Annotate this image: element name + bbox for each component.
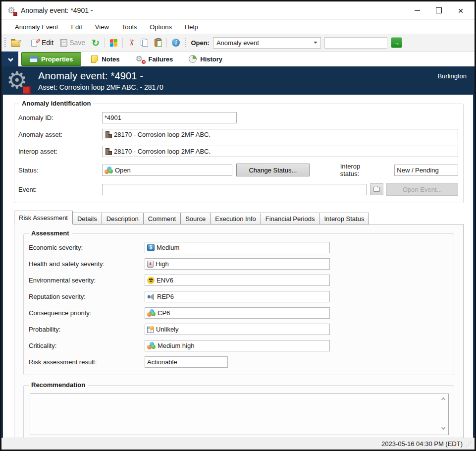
status-balls-icon xyxy=(147,342,156,349)
scroll-down-icon[interactable] xyxy=(442,426,446,431)
consequence-priority-label: Consequence priority: xyxy=(29,309,145,317)
interop-asset-field[interactable]: 28170 - Corrosion loop 2MF ABC. xyxy=(102,146,458,157)
assessment-group: Assessment Economic severity: $ Medium H… xyxy=(23,233,454,375)
refresh-button[interactable]: ↻ xyxy=(90,37,101,49)
anomaly-identification-group: Anomaly identification Anomaly ID: *4901… xyxy=(14,104,464,203)
window-title: Anomaly event: *4901 - xyxy=(21,6,406,14)
minimize-button[interactable] xyxy=(406,3,428,18)
menu-tools[interactable]: Tools xyxy=(115,21,143,33)
go-arrow-icon: → xyxy=(393,39,400,47)
recommendation-textarea[interactable] xyxy=(30,394,448,435)
anomaly-id-field[interactable]: *4901 xyxy=(102,112,237,123)
copy-button[interactable] xyxy=(139,38,150,48)
tab-comment[interactable]: Comment xyxy=(144,213,181,225)
first-aid-icon: + xyxy=(147,261,154,268)
open-window-button[interactable]: → xyxy=(9,38,22,48)
maximize-button[interactable] xyxy=(428,3,450,18)
copy-icon xyxy=(141,39,148,47)
reputation-severity-field[interactable]: REP6 xyxy=(145,291,330,302)
environmental-severity-field[interactable]: ☢ ENV6 xyxy=(145,275,330,286)
status-bar: 2023-05-16 04:30 PM (EDT) ⋰ xyxy=(1,438,475,450)
interop-status-field: New / Pending xyxy=(394,165,458,176)
open-folder-icon: → xyxy=(11,39,21,47)
tab-financial-periods[interactable]: Financial Periods xyxy=(261,213,320,225)
risk-result-label: Risk assessment result: xyxy=(29,358,145,366)
menu-help[interactable]: Help xyxy=(178,21,205,33)
menu-bar: Anomaly Event Edit View Tools Options He… xyxy=(1,20,475,34)
change-status-button[interactable]: Change Status... xyxy=(236,164,310,176)
paste-icon xyxy=(155,39,161,47)
group-label: Anomaly identification xyxy=(19,100,93,107)
status-balls-icon xyxy=(147,309,156,317)
collapse-panel-button[interactable] xyxy=(3,52,18,66)
recommendation-box xyxy=(30,394,449,435)
info-icon: i xyxy=(172,39,180,47)
menu-view[interactable]: View xyxy=(89,21,115,33)
go-button[interactable]: → xyxy=(391,37,402,48)
tab-interop-status[interactable]: Interop Status xyxy=(319,213,369,225)
interop-status-label: Interop status: xyxy=(340,163,380,177)
save-button[interactable]: Save xyxy=(58,38,87,48)
clock-icon xyxy=(189,55,197,63)
paste-button[interactable] xyxy=(153,38,163,48)
menu-edit[interactable]: Edit xyxy=(64,21,88,33)
consequence-priority-field[interactable]: CP6 xyxy=(145,307,330,319)
record-title: Anomaly event: *4901 - xyxy=(38,70,430,82)
quick-open-input[interactable] xyxy=(324,37,387,49)
status-label: Status: xyxy=(18,167,102,174)
detail-tab-strip: Risk Assessment Details Description Comm… xyxy=(14,211,464,225)
anomaly-asset-field[interactable]: 28170 - Corrosion loop 2MF ABC. xyxy=(102,129,458,140)
toolbar: → ✎ Edit Save ↻ ✂ i Open: Anomaly event xyxy=(1,34,475,52)
probability-icon xyxy=(147,326,154,333)
app-window: ⚙ Anomaly event: *4901 - × Anomaly Event… xyxy=(0,0,476,451)
tab-details[interactable]: Details xyxy=(73,213,102,225)
probability-label: Probability: xyxy=(29,326,145,333)
radiation-icon: ☢ xyxy=(147,277,155,284)
info-button[interactable]: i xyxy=(170,38,181,48)
browse-event-button[interactable] xyxy=(370,183,383,195)
criticality-label: Criticality: xyxy=(29,342,145,349)
economic-severity-field[interactable]: $ Medium xyxy=(145,242,330,253)
risk-result-field: Actionable xyxy=(145,356,228,368)
status-field[interactable]: Open xyxy=(102,165,232,176)
save-floppy-icon xyxy=(60,39,67,47)
windows-button[interactable] xyxy=(108,38,119,48)
edit-button[interactable]: ✎ Edit xyxy=(30,38,55,48)
open-label: Open: xyxy=(191,39,210,47)
pipe-asset-icon xyxy=(105,131,112,138)
chevron-down-icon xyxy=(314,42,317,44)
scroll-up-icon[interactable] xyxy=(442,398,446,402)
app-gear-icon: ⚙ xyxy=(7,6,17,15)
toolbar-grip-2[interactable] xyxy=(185,38,186,47)
economic-severity-label: Economic severity: xyxy=(29,244,145,251)
sticky-note-icon xyxy=(91,56,98,63)
close-button[interactable]: × xyxy=(450,3,472,18)
health-safety-severity-field[interactable]: + High xyxy=(145,258,330,270)
tab-execution-info[interactable]: Execution Info xyxy=(211,213,261,225)
cut-button[interactable]: ✂ xyxy=(126,38,136,48)
tab-description[interactable]: Description xyxy=(102,213,144,225)
menu-anomaly-event[interactable]: Anomaly Event xyxy=(8,21,64,33)
tab-history[interactable]: History xyxy=(181,52,230,66)
toolbar-grip[interactable] xyxy=(4,38,6,47)
tab-notes[interactable]: Notes xyxy=(83,52,127,66)
open-event-button[interactable]: Open Event... xyxy=(386,183,458,196)
risk-assessment-panel: Assessment Economic severity: $ Medium H… xyxy=(14,224,464,438)
event-field[interactable] xyxy=(102,184,367,195)
site-location: Burlington xyxy=(437,72,467,80)
tab-failures[interactable]: ⚙× Failures xyxy=(127,52,181,66)
tab-properties[interactable]: Properties xyxy=(21,52,81,66)
anomaly-asset-label: Anomaly asset: xyxy=(18,131,102,138)
tab-risk-assessment[interactable]: Risk Assessment xyxy=(14,211,73,225)
interop-asset-label: Interop asset: xyxy=(18,148,102,155)
group-label: Recommendation xyxy=(29,381,88,389)
event-label: Event: xyxy=(18,186,102,193)
menu-options[interactable]: Options xyxy=(143,21,178,33)
tab-source[interactable]: Source xyxy=(181,213,211,225)
dollar-icon: $ xyxy=(147,244,155,251)
criticality-field[interactable]: Medium high xyxy=(145,340,330,351)
recommendation-group: Recommendation xyxy=(23,385,454,438)
probability-field[interactable]: Unlikely xyxy=(145,324,330,335)
resize-grip-icon[interactable]: ⋰ xyxy=(466,441,472,447)
open-type-combobox[interactable]: Anomaly event xyxy=(213,37,321,49)
